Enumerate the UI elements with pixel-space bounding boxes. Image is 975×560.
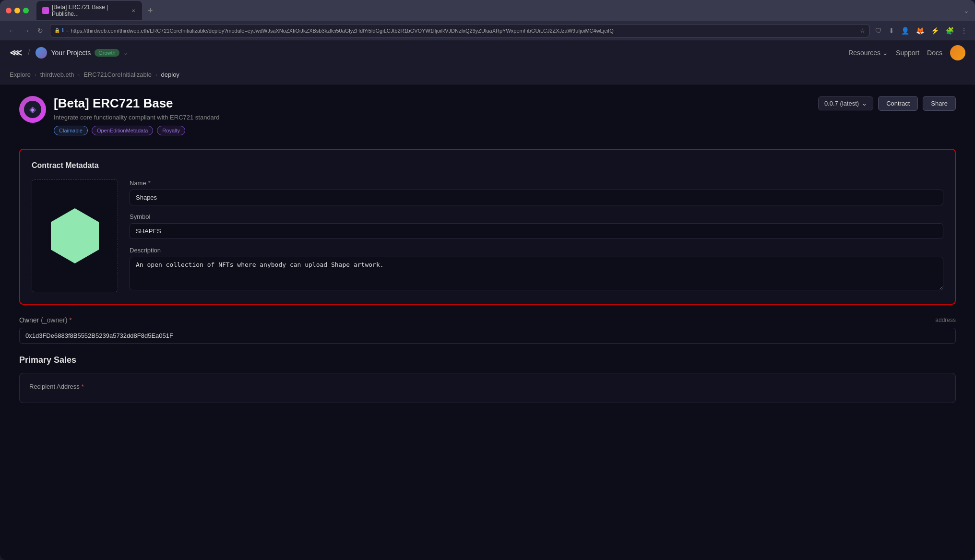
window-chevron-icon[interactable]: ⌄ [963, 7, 969, 14]
breadcrumb-chevron-3: › [155, 72, 157, 78]
reload-button[interactable]: ↻ [35, 25, 46, 36]
browser-tabs: [Beta] ERC721 Base | Publishe... ✕ + [36, 1, 942, 20]
primary-sales-heading: Primary Sales [19, 355, 956, 365]
tab-label: [Beta] ERC721 Base | Publishe... [52, 4, 128, 17]
owner-input[interactable] [19, 328, 956, 344]
header-right: Resources ⌄ Support Docs [848, 45, 965, 60]
form-grid: Name * Symbol Description [32, 179, 943, 292]
primary-sales-subsection: Recipient Address * [19, 373, 956, 403]
contract-tags: Claimable OpenEditionMetadata Royalty [54, 126, 818, 135]
resources-chevron-icon: ⌄ [882, 49, 888, 57]
forward-button[interactable]: → [20, 25, 33, 36]
lock-icon: 🔒 [54, 28, 60, 33]
project-selector[interactable]: Your Projects Growth ⌄ [36, 47, 128, 59]
version-chevron-icon: ⌄ [862, 100, 867, 107]
browser-toolbar: ← → ↻ 🔒 ℹ ≡ https://thirdweb.com/thirdwe… [0, 21, 975, 40]
version-selector[interactable]: 0.0.7 (latest) ⌄ [818, 96, 873, 110]
tag-open-edition-metadata: OpenEditionMetadata [92, 126, 153, 135]
main-content: ◈ [Beta] ERC721 Base Integrate core func… [0, 84, 975, 560]
fox-icon[interactable]: 🦊 [914, 25, 926, 36]
app-header: ⋘ / Your Projects Growth ⌄ Resources ⌄ S… [0, 40, 975, 65]
contract-info: [Beta] ERC721 Base Integrate core functi… [54, 96, 818, 135]
contract-actions: 0.0.7 (latest) ⌄ Contract Share [818, 96, 956, 111]
contract-header: ◈ [Beta] ERC721 Base Integrate core func… [19, 96, 956, 135]
support-link[interactable]: Support [896, 49, 919, 57]
header-separator: / [28, 48, 30, 57]
tab-close-icon[interactable]: ✕ [131, 7, 136, 14]
name-field-group: Name * [130, 179, 943, 205]
minimize-button[interactable] [14, 8, 20, 13]
breadcrumb-chevron-2: › [78, 72, 80, 78]
shield-icon[interactable]: 🛡 [873, 25, 884, 36]
new-tab-button[interactable]: + [144, 4, 157, 18]
symbol-label: Symbol [130, 213, 943, 220]
nav-buttons: ← → ↻ [6, 25, 46, 36]
symbol-field-group: Symbol [130, 213, 943, 239]
breadcrumb-thirdweb-eth[interactable]: thirdweb.eth [40, 71, 74, 78]
owner-required-marker: * [69, 316, 71, 324]
address-prefix: ≡ [66, 28, 69, 34]
description-label: Description [130, 247, 943, 254]
breadcrumb-chevron-1: › [35, 72, 36, 78]
back-button[interactable]: ← [6, 25, 18, 36]
project-avatar [36, 47, 47, 59]
address-bar[interactable]: 🔒 ℹ ≡ https://thirdweb.com/thirdweb.eth/… [50, 24, 869, 37]
growth-badge: Growth [95, 49, 119, 57]
symbol-input[interactable] [130, 223, 943, 239]
share-button[interactable]: Share [923, 96, 956, 111]
breadcrumb: Explore › thirdweb.eth › ERC721CoreIniti… [0, 65, 975, 84]
description-field-group: Description [130, 247, 943, 292]
logo-text: ⋘ [10, 48, 22, 58]
owner-type-label: address [935, 317, 956, 323]
contract-icon-wrapper: ◈ [19, 96, 46, 123]
owner-label: Owner (_owner) * [19, 316, 72, 324]
breadcrumb-explore[interactable]: Explore [10, 71, 31, 78]
logo[interactable]: ⋘ [10, 48, 22, 58]
info-icon: ℹ [62, 27, 64, 34]
traffic-lights [6, 8, 29, 13]
maximize-button[interactable] [23, 8, 29, 13]
docs-link[interactable]: Docs [927, 49, 942, 57]
hexagon-preview [51, 208, 99, 263]
active-tab[interactable]: [Beta] ERC721 Base | Publishe... ✕ [36, 1, 142, 20]
toolbar-actions: 🛡 ⬇ 👤 🦊 ⚡ 🧩 ⋮ [873, 25, 969, 36]
form-fields: Name * Symbol Description [130, 179, 943, 292]
close-button[interactable] [6, 8, 12, 13]
bookmark-icon[interactable]: ☆ [860, 27, 865, 34]
breadcrumb-action: deploy [161, 71, 179, 78]
contract-icon: ◈ [24, 101, 41, 118]
hexagon-shape [51, 208, 99, 263]
browser-titlebar: [Beta] ERC721 Base | Publishe... ✕ + ⌄ [0, 0, 975, 21]
owner-header: Owner (_owner) * address [19, 316, 956, 324]
menu-icon[interactable]: ⋮ [959, 25, 969, 36]
puzzle-icon[interactable]: 🧩 [944, 25, 956, 36]
owner-label-group: Owner (_owner) * [19, 316, 72, 324]
address-text: https://thirdweb.com/thirdweb.eth/ERC721… [71, 28, 858, 34]
breadcrumb-contract[interactable]: ERC721CoreInitializable [83, 71, 152, 78]
image-upload-area[interactable] [32, 179, 118, 292]
contract-button[interactable]: Contract [878, 96, 918, 111]
contract-description: Integrate core functionality compliant w… [54, 114, 818, 121]
profile-icon[interactable]: 👤 [899, 25, 911, 36]
tag-claimable: Claimable [54, 126, 88, 135]
recipient-required-marker: * [82, 383, 84, 390]
resources-menu[interactable]: Resources ⌄ [848, 49, 888, 57]
user-avatar[interactable] [950, 45, 965, 60]
header-left: ⋘ / Your Projects Growth ⌄ [10, 47, 848, 59]
name-required-marker: * [148, 179, 151, 187]
contract-title: [Beta] ERC721 Base [54, 96, 818, 111]
tab-favicon [42, 7, 49, 14]
description-textarea[interactable] [130, 257, 943, 290]
project-name: Your Projects [51, 49, 91, 57]
download-icon[interactable]: ⬇ [887, 25, 896, 36]
extension-icon[interactable]: ⚡ [929, 25, 941, 36]
section-title: Contract Metadata [32, 161, 943, 170]
primary-sales-section: Primary Sales Recipient Address * [19, 355, 956, 403]
name-input[interactable] [130, 190, 943, 205]
project-chevron-icon: ⌄ [123, 49, 128, 56]
contract-metadata-section: Contract Metadata Name * [19, 149, 956, 305]
recipient-label: Recipient Address * [29, 383, 946, 390]
version-text: 0.0.7 (latest) [824, 100, 859, 107]
name-label: Name * [130, 179, 943, 187]
owner-param: (_owner) [41, 316, 69, 324]
